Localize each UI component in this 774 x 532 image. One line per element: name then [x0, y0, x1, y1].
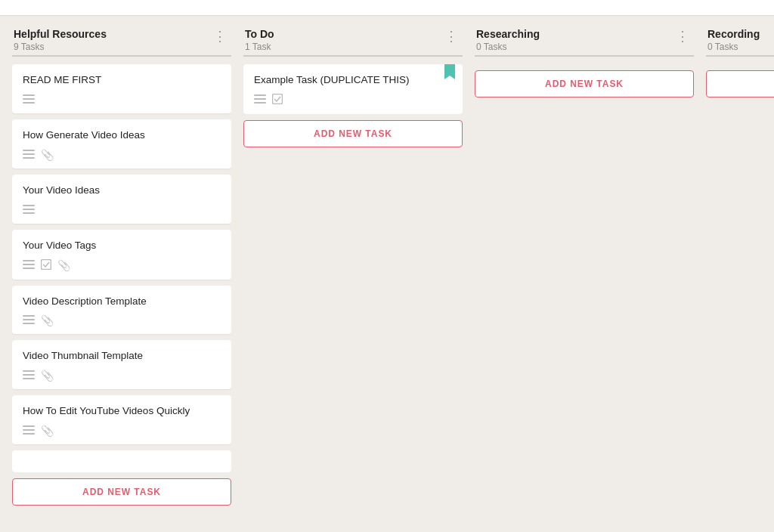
add-task-button-helpful-resources[interactable]: ADD NEW TASK — [12, 478, 231, 506]
column-count-to-do: 1 Task — [245, 42, 274, 52]
svg-rect-17 — [23, 374, 35, 376]
card-how-to-edit-youtube[interactable]: How To Edit YouTube Videos Quickly📎 — [12, 395, 231, 444]
column-recording: Recording0 Tasks⋮ADD NEW TASK — [706, 28, 774, 97]
column-helpful-resources: Helpful Resources9 Tasks⋮READ ME FIRSTHo… — [12, 28, 231, 506]
svg-rect-5 — [23, 157, 35, 159]
lines-icon[interactable] — [23, 425, 35, 437]
lines-icon[interactable] — [23, 204, 35, 216]
lines-icon[interactable] — [23, 149, 35, 161]
card-title-example-task: Example Task (DUPLICATE THIS) — [254, 73, 452, 88]
column-cards-helpful-resources: READ ME FIRSTHow Generate Video Ideas📎Yo… — [12, 64, 231, 472]
paperclip-icon[interactable]: 📎 — [41, 370, 54, 382]
checkbox-icon[interactable] — [272, 94, 283, 107]
card-icons-example-task — [254, 94, 452, 107]
svg-rect-1 — [23, 98, 35, 100]
lines-icon[interactable] — [23, 314, 35, 326]
add-task-button-to-do[interactable]: ADD NEW TASK — [243, 120, 463, 147]
svg-rect-2 — [23, 102, 35, 104]
svg-rect-4 — [23, 153, 35, 155]
paperclip-icon[interactable]: 📎 — [41, 425, 54, 437]
column-menu-icon-researching[interactable]: ⋮ — [673, 28, 692, 45]
svg-rect-16 — [23, 370, 35, 372]
add-task-button-recording[interactable]: ADD NEW TASK — [706, 70, 774, 97]
svg-rect-19 — [23, 425, 35, 427]
bookmark-icon — [444, 64, 455, 79]
svg-rect-23 — [254, 98, 266, 100]
card-icons-video-thumbnail-template: 📎 — [23, 370, 221, 382]
column-title-to-do: To Do — [245, 28, 274, 40]
card-video-thumbnail-template[interactable]: Video Thumbnail Template📎 — [12, 340, 231, 389]
column-header-to-do: To Do1 Task⋮ — [243, 28, 463, 52]
card-title-video-thumbnail-template: Video Thumbnail Template — [23, 349, 221, 363]
column-divider-researching — [475, 55, 694, 57]
svg-rect-21 — [23, 433, 35, 435]
column-divider-helpful-resources — [12, 55, 231, 57]
lines-icon[interactable] — [23, 370, 35, 382]
column-divider-to-do — [243, 55, 463, 57]
column-header-researching: Researching0 Tasks⋮ — [475, 28, 694, 52]
card-how-generate-video-ideas[interactable]: How Generate Video Ideas📎 — [12, 119, 231, 169]
svg-rect-14 — [23, 319, 35, 320]
lines-icon[interactable] — [23, 259, 35, 271]
lines-icon[interactable] — [254, 94, 266, 106]
svg-rect-3 — [23, 150, 35, 151]
paperclip-icon[interactable]: 📎 — [41, 149, 54, 161]
column-header-helpful-resources: Helpful Resources9 Tasks⋮ — [12, 28, 231, 52]
card-icons-read-me-first — [23, 94, 221, 106]
svg-rect-9 — [23, 260, 35, 261]
board: Helpful Resources9 Tasks⋮READ ME FIRSTHo… — [0, 16, 774, 518]
svg-rect-8 — [23, 212, 35, 214]
card-title-your-video-ideas: Your Video Ideas — [23, 184, 221, 198]
svg-rect-7 — [23, 209, 35, 210]
card-icons-how-generate-video-ideas: 📎 — [23, 149, 221, 161]
svg-rect-6 — [23, 205, 35, 206]
breadcrumb — [0, 0, 774, 16]
card-your-video-ideas[interactable]: Your Video Ideas — [12, 175, 231, 224]
svg-rect-0 — [23, 94, 35, 96]
svg-rect-20 — [23, 429, 35, 431]
checkbox-icon[interactable] — [41, 259, 51, 272]
card-title-your-video-tags: Your Video Tags — [23, 239, 221, 253]
column-cards-to-do: Example Task (DUPLICATE THIS) — [243, 64, 463, 114]
card-title-read-me-first: READ ME FIRST — [23, 73, 221, 88]
svg-rect-10 — [23, 264, 35, 265]
column-header-recording: Recording0 Tasks⋮ — [706, 28, 774, 52]
add-task-button-researching[interactable]: ADD NEW TASK — [475, 70, 694, 97]
card-title-video-description-template: Video Description Template — [23, 295, 221, 309]
card-example-task[interactable]: Example Task (DUPLICATE THIS) — [243, 64, 463, 114]
paperclip-icon[interactable]: 📎 — [41, 314, 54, 326]
svg-rect-13 — [23, 315, 35, 317]
card-icons-video-description-template: 📎 — [23, 314, 221, 326]
column-count-recording: 0 Tasks — [707, 42, 760, 52]
card-video-description-template[interactable]: Video Description Template📎 — [12, 286, 231, 335]
svg-rect-25 — [273, 94, 283, 104]
column-count-helpful-resources: 9 Tasks — [14, 42, 107, 52]
column-menu-icon-helpful-resources[interactable]: ⋮ — [210, 28, 230, 45]
column-title-recording: Recording — [707, 28, 760, 40]
column-researching: Researching0 Tasks⋮ADD NEW TASK — [475, 28, 694, 97]
paperclip-icon[interactable]: 📎 — [57, 259, 70, 271]
svg-rect-15 — [23, 323, 35, 324]
column-count-researching: 0 Tasks — [476, 42, 540, 52]
partial-card — [12, 450, 231, 472]
lines-icon[interactable] — [23, 94, 35, 106]
svg-rect-22 — [254, 94, 266, 96]
svg-rect-11 — [23, 268, 35, 269]
card-read-me-first[interactable]: READ ME FIRST — [12, 64, 231, 113]
column-to-do: To Do1 Task⋮Example Task (DUPLICATE THIS… — [243, 28, 463, 147]
card-icons-your-video-tags: 📎 — [23, 259, 221, 272]
svg-rect-18 — [23, 378, 35, 379]
card-your-video-tags[interactable]: Your Video Tags📎 — [12, 230, 231, 280]
card-title-how-to-edit-youtube: How To Edit YouTube Videos Quickly — [23, 404, 221, 419]
column-title-helpful-resources: Helpful Resources — [14, 28, 107, 40]
column-title-researching: Researching — [476, 28, 540, 40]
card-title-how-generate-video-ideas: How Generate Video Ideas — [23, 128, 221, 143]
card-icons-how-to-edit-youtube: 📎 — [23, 425, 221, 437]
svg-rect-12 — [42, 259, 51, 269]
svg-rect-24 — [254, 102, 266, 104]
column-divider-recording — [706, 55, 774, 57]
card-icons-your-video-ideas — [23, 204, 221, 216]
column-menu-icon-to-do[interactable]: ⋮ — [441, 28, 461, 45]
